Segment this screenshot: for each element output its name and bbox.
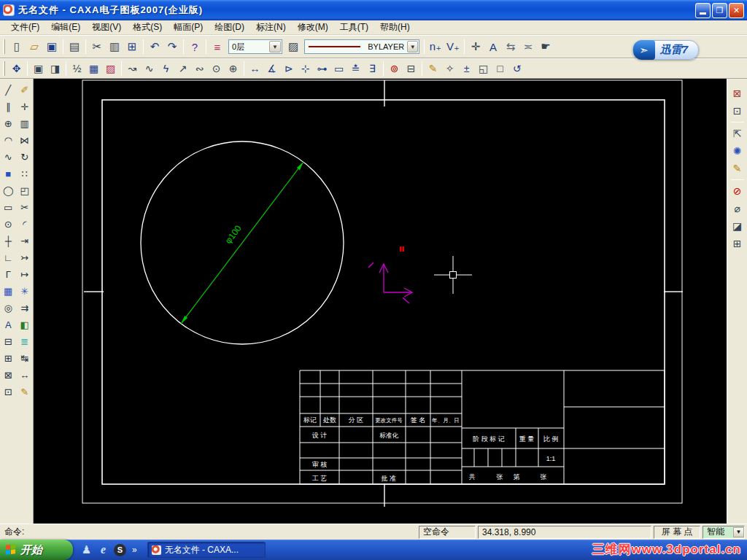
point-icon[interactable]: ⊙ bbox=[1, 216, 16, 233]
menu-item-4[interactable]: 幅面(P) bbox=[169, 20, 208, 35]
page-pick-icon[interactable]: ☛ bbox=[537, 38, 554, 55]
hatch-icon[interactable]: ▦ bbox=[1, 283, 16, 300]
dim-arrow-icon[interactable]: ↔ bbox=[17, 367, 32, 384]
menu-item-2[interactable]: 视图(V) bbox=[87, 20, 126, 35]
dim-special-icon[interactable]: ≛ bbox=[347, 61, 364, 77]
snap-nearest-icon[interactable]: n₊ bbox=[427, 38, 444, 55]
zoom-dynamic-icon[interactable]: ± bbox=[458, 61, 475, 77]
lasso-tool-icon[interactable]: ∾ bbox=[191, 61, 208, 77]
arc-icon[interactable]: ◠ bbox=[1, 132, 16, 149]
browser-icon[interactable]: S bbox=[114, 544, 126, 556]
edit-pencil-icon[interactable]: ✎ bbox=[425, 61, 441, 77]
quick-dim-icon[interactable]: ⊡ bbox=[1, 384, 16, 400]
print-icon[interactable]: ▤ bbox=[66, 38, 83, 55]
solid-3d-icon[interactable]: ⊡ bbox=[729, 102, 746, 120]
linestyle-manager-icon[interactable]: ▨ bbox=[285, 38, 302, 55]
dim-half-icon[interactable]: ½ bbox=[69, 61, 85, 77]
wave-tool-icon[interactable]: ∿ bbox=[141, 61, 158, 77]
text-edit-icon[interactable]: ⊠ bbox=[1, 367, 16, 384]
layer-order-icon[interactable]: ≣ bbox=[17, 333, 32, 350]
menu-item-5[interactable]: 绘图(D) bbox=[209, 20, 249, 35]
query-measure-icon[interactable]: ⊟ bbox=[403, 61, 419, 77]
internet-explorer-icon[interactable]: e bbox=[97, 544, 109, 556]
menu-item-8[interactable]: 工具(T) bbox=[335, 20, 374, 35]
trim-icon[interactable]: ✂ bbox=[17, 199, 32, 216]
redo-icon[interactable]: ↷ bbox=[163, 38, 181, 55]
view-previous-icon[interactable]: ↺ bbox=[508, 61, 525, 77]
caxa-task-button[interactable]: 无名文件 - CAXA... bbox=[147, 542, 266, 558]
save-file-icon[interactable]: ▣ bbox=[43, 38, 61, 55]
edit-wand-icon[interactable]: ✧ bbox=[441, 61, 458, 77]
menu-item-0[interactable]: 文件(F) bbox=[6, 20, 44, 35]
xunlei-widget[interactable]: ➣ 迅雷7 bbox=[632, 40, 699, 60]
messenger-icon[interactable]: ♟ bbox=[80, 544, 93, 556]
text-style-icon[interactable]: A bbox=[484, 38, 502, 55]
view-red-icon[interactable]: ⊘ bbox=[729, 182, 746, 200]
palette-icon[interactable]: ▨ bbox=[102, 61, 119, 77]
snap-mode-combo[interactable]: 智能 ▼ bbox=[703, 526, 745, 539]
dim-tool-icon[interactable]: ⊞ bbox=[1, 350, 16, 367]
array-icon[interactable]: ∷ bbox=[17, 166, 32, 182]
extend-icon[interactable]: ⇥ bbox=[17, 233, 32, 249]
quicklaunch-overflow-chevron[interactable]: » bbox=[132, 545, 137, 555]
stack-icon[interactable]: ◰ bbox=[17, 182, 32, 199]
minimize-button[interactable] bbox=[695, 3, 711, 18]
paper-ops-icon[interactable]: ⊠ bbox=[729, 85, 746, 102]
text-tool-icon[interactable]: A bbox=[1, 316, 16, 333]
dim-angle-icon[interactable]: ∡ bbox=[263, 61, 280, 77]
start-button[interactable]: 开始 bbox=[0, 540, 73, 560]
dim-frame-icon[interactable]: ▭ bbox=[330, 61, 347, 77]
swap-pick-icon[interactable]: ⇆ bbox=[502, 38, 519, 55]
menu-item-9[interactable]: 帮助(H) bbox=[375, 20, 415, 35]
linestyle-combo-arrow[interactable]: ▼ bbox=[407, 41, 418, 52]
line-icon[interactable]: ╱ bbox=[1, 82, 16, 98]
close-button[interactable]: ✕ bbox=[729, 3, 744, 18]
zoom-page-icon[interactable]: □ bbox=[492, 61, 508, 77]
block-insert-icon[interactable]: ◧ bbox=[17, 316, 32, 333]
undo-icon[interactable]: ↶ bbox=[146, 38, 163, 55]
open-file-icon[interactable]: ▱ bbox=[26, 38, 43, 55]
fillet-icon[interactable]: ◜ bbox=[17, 216, 32, 233]
frame-toggle-icon[interactable]: ▣ bbox=[30, 61, 47, 77]
snap-vertex-icon[interactable]: V₊ bbox=[444, 38, 462, 55]
mirror-icon[interactable]: ⋈ bbox=[17, 132, 32, 149]
point-tool-icon[interactable]: ↝ bbox=[124, 61, 141, 77]
circle-icon[interactable]: ⊕ bbox=[1, 115, 16, 132]
match-props-icon[interactable]: ≍ bbox=[519, 38, 537, 55]
layer-combo[interactable]: 0层▼ bbox=[228, 39, 282, 54]
shift-icon[interactable]: ⇉ bbox=[17, 300, 32, 316]
contour-line-icon[interactable]: ∟ bbox=[1, 249, 16, 266]
local-detail-icon[interactable]: ◎ bbox=[1, 300, 16, 316]
drawing-area[interactable]: φ100 bbox=[34, 79, 727, 524]
menu-item-1[interactable]: 编辑(E) bbox=[46, 20, 85, 35]
copy-icon[interactable]: ▥ bbox=[106, 38, 123, 55]
center-line-icon[interactable]: ┼ bbox=[1, 233, 16, 249]
render-sparkle-icon[interactable]: ✺ bbox=[729, 142, 746, 160]
diameter-dimension[interactable]: φ100 bbox=[181, 162, 303, 324]
dim-chain-icon[interactable]: ⊶ bbox=[314, 61, 330, 77]
menu-item-3[interactable]: 格式(S) bbox=[128, 20, 167, 35]
frame-text-icon[interactable]: ◨ bbox=[47, 61, 63, 77]
parallel-line-icon[interactable]: ∥ bbox=[1, 98, 16, 115]
query-zoom-icon[interactable]: ⊚ bbox=[386, 61, 403, 77]
rotate-icon[interactable]: ↻ bbox=[17, 149, 32, 166]
layer-manager-icon[interactable]: ≡ bbox=[209, 38, 226, 55]
cut-icon[interactable]: ✂ bbox=[88, 38, 106, 55]
snap-dropdown-arrow[interactable]: ▼ bbox=[733, 527, 744, 537]
rectangle-icon[interactable]: ▭ bbox=[1, 199, 16, 216]
stretch-icon[interactable]: ↦ bbox=[17, 266, 32, 283]
view-hide-icon[interactable]: ⌀ bbox=[729, 200, 746, 217]
drawing-canvas[interactable]: φ100 bbox=[34, 79, 727, 524]
dim-linear-icon[interactable]: ↔ bbox=[247, 61, 263, 77]
pointer-tool-icon[interactable]: ↗ bbox=[174, 61, 191, 77]
move-icon[interactable]: ✛ bbox=[17, 98, 32, 115]
linestyle-combo[interactable]: BYLAYER▼ bbox=[304, 39, 419, 54]
property-brush-icon[interactable]: ✎ bbox=[17, 384, 32, 400]
spline-icon[interactable]: ∿ bbox=[1, 149, 16, 166]
paste-block-icon[interactable]: ⇱ bbox=[729, 125, 746, 142]
dim-leader-icon[interactable]: ⊳ bbox=[280, 61, 297, 77]
menu-item-7[interactable]: 修改(M) bbox=[293, 20, 333, 35]
eraser-icon[interactable]: ✐ bbox=[17, 82, 32, 98]
dim-adjust-icon[interactable]: ↹ bbox=[17, 350, 32, 367]
pick-filter-icon[interactable]: ✛ bbox=[467, 38, 484, 55]
